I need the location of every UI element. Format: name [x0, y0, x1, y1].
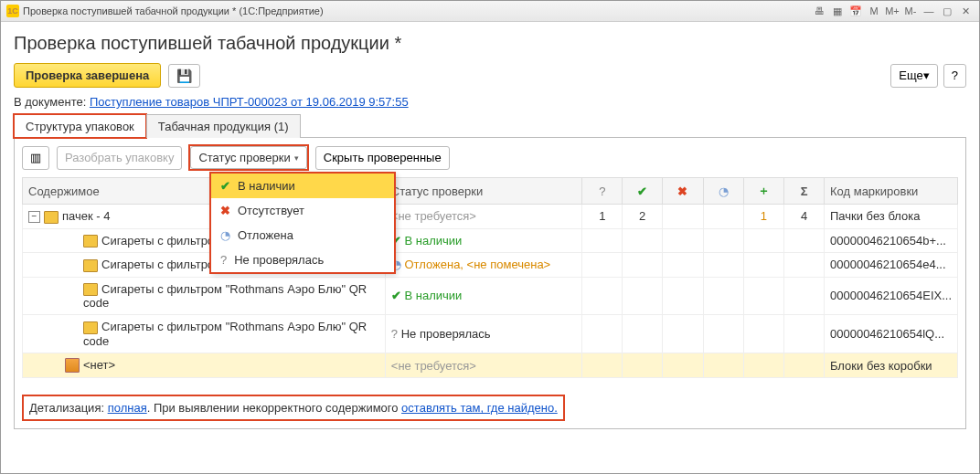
cell-sum: 4 [784, 205, 825, 229]
cell-name: <нет> [83, 358, 115, 372]
complete-button[interactable]: Проверка завершена [14, 63, 161, 88]
m-plus-icon[interactable]: M+ [884, 4, 900, 18]
footer-detail: Детализация: полная. При выявлении некор… [22, 395, 565, 421]
footer-link-action[interactable]: оставлять там, где найдено. [401, 401, 558, 415]
col-ok: ✔ [623, 178, 663, 205]
save-button[interactable]: 💾 [168, 64, 200, 88]
question-icon: ? [599, 184, 605, 198]
question-icon: ? [220, 253, 227, 267]
check-icon: ✔ [220, 179, 230, 193]
doc-reference: В документе: Поступление товаров ЧПРТ-00… [14, 95, 966, 109]
app-icon: 1C [6, 5, 19, 17]
cell-name: пачек - 4 [62, 209, 110, 223]
doc-link[interactable]: Поступление товаров ЧПРТ-000023 от 19.06… [90, 95, 409, 109]
calendar-icon[interactable]: 📅 [847, 4, 864, 18]
pack-icon [83, 283, 98, 296]
minimize-icon[interactable]: — [921, 4, 937, 18]
pack-icon [83, 321, 98, 334]
table-row[interactable]: Сигареты с фильтром "Rothmans Аэро Блю" … [23, 315, 958, 353]
cell-name: Сигареты с фильтром [101, 258, 222, 271]
more-button[interactable]: Еще ▾ [890, 64, 937, 88]
status-dropdown[interactable]: Статус проверки ▾ [190, 146, 306, 169]
cell-mark: 00000046210654b+... [824, 228, 957, 253]
dd-in-stock[interactable]: ✔В наличии [211, 174, 394, 198]
cell-mark: 00000046210654e4... [824, 253, 957, 278]
dd-postponed[interactable]: ◔Отложена [211, 223, 394, 248]
footer-mid: . При выявлении некорректного содержимог… [147, 401, 401, 415]
status-dropdown-label: Статус проверки [198, 151, 290, 164]
hide-checked-button[interactable]: Скрыть проверенные [315, 146, 450, 170]
window: 1C Проверка поступившей табачной продукц… [0, 0, 980, 474]
cell-mark: Пачки без блока [824, 205, 957, 229]
table-row[interactable]: Сигареты с фильтром "Rothmans Аэро Блю" … [23, 277, 958, 315]
chevron-down-icon: ▾ [923, 68, 930, 82]
close-icon[interactable]: ✕ [957, 4, 974, 18]
footer-prefix: Детализация: [29, 401, 108, 415]
barcode-icon: ▥ [30, 151, 41, 164]
tabs: Структура упаковок Табачная продукция (1… [14, 114, 966, 138]
folder-icon [44, 211, 59, 224]
barcode-button[interactable]: ▥ [22, 146, 49, 170]
tab-body: ▥ Разобрать упаковку Статус проверки ▾ С… [14, 137, 966, 429]
m-icon[interactable]: M [866, 4, 882, 18]
footer-link-full[interactable]: полная [108, 401, 147, 415]
cell-status: <не требуется> [385, 205, 582, 229]
cell-miss [663, 205, 703, 229]
table-row[interactable]: −пачек - 4 <не требуется> 1 2 1 4 Пачки … [23, 205, 958, 229]
table-row[interactable]: Сигареты с фильтром ✔ В наличии 00000046… [23, 228, 958, 253]
print-icon[interactable]: 🖶 [811, 4, 827, 18]
clock-icon: ◔ [719, 184, 729, 198]
pack-icon [83, 235, 98, 248]
plus-icon: ＋ [758, 184, 770, 197]
box-icon [65, 358, 80, 373]
dd-absent[interactable]: ✖Отсутствует [211, 198, 394, 223]
collapse-icon[interactable]: − [28, 211, 40, 223]
cell-clk [703, 205, 743, 229]
cross-icon: ✖ [220, 204, 230, 217]
table-row[interactable]: Сигареты с фильтром ◔ Отложена, <не поме… [23, 253, 958, 278]
cell-ok: 2 [623, 205, 663, 229]
cell-q: 1 [582, 205, 623, 229]
maximize-icon[interactable]: ▢ [939, 4, 955, 18]
dd-not-checked[interactable]: ?Не проверялась [211, 248, 394, 272]
col-mark: Код маркировки [824, 178, 957, 205]
cell-name: Сигареты с фильтром "Rothmans Аэро Блю" … [83, 320, 367, 348]
cell-name: Сигареты с фильтром "Rothmans Аэро Блю" … [83, 282, 367, 311]
table-row[interactable]: <нет> <не требуется> Блоки без коробки [23, 353, 958, 378]
check-icon: ✔ [391, 289, 401, 302]
unpack-button[interactable]: Разобрать упаковку [57, 146, 182, 170]
window-title: Проверка поступившей табачной продукции … [23, 5, 811, 16]
save-icon: 💾 [176, 68, 192, 83]
grid: Содержимое Статус проверки ? ✔ ✖ ◔ ＋ Σ К… [22, 177, 958, 378]
sub-toolbar: ▥ Разобрать упаковку Статус проверки ▾ С… [22, 145, 958, 170]
titlebar: 1C Проверка поступившей табачной продукц… [1, 1, 979, 22]
sigma-icon: Σ [801, 184, 808, 198]
content: Проверка поступившей табачной продукции … [1, 22, 979, 437]
cell-mark: 00000046210654EIX... [824, 277, 957, 315]
cell-plus: 1 [743, 205, 783, 229]
pack-icon [83, 259, 98, 272]
cross-icon: ✖ [677, 184, 687, 198]
cell-status: ✔ В наличии [385, 228, 582, 253]
col-clock: ◔ [703, 178, 743, 205]
page-title: Проверка поступившей табачной продукции … [14, 33, 966, 54]
question-icon: ? [391, 327, 398, 341]
help-button[interactable]: ? [943, 64, 966, 88]
cell-status: ✔ В наличии [385, 277, 582, 315]
main-toolbar: Проверка завершена 💾 Еще ▾ ? [14, 63, 966, 88]
calc-icon[interactable]: ▦ [829, 4, 846, 18]
col-status: Статус проверки [385, 178, 582, 205]
cell-status: ◔ Отложена, <не помечена> [385, 253, 582, 278]
check-icon: ✔ [637, 184, 647, 198]
tab-structure[interactable]: Структура упаковок [14, 114, 146, 138]
cell-mark: Блоки без коробки [824, 353, 957, 378]
m-minus-icon[interactable]: M- [902, 4, 919, 18]
cell-mark: 00000046210654lQ... [824, 315, 957, 353]
col-question: ? [582, 178, 623, 205]
chevron-down-icon: ▾ [294, 153, 299, 163]
titlebar-buttons: 🖶 ▦ 📅 M M+ M- — ▢ ✕ [811, 4, 974, 18]
cell-status: ? Не проверялась [385, 315, 582, 353]
tab-products[interactable]: Табачная продукция (1) [146, 114, 301, 138]
status-dropdown-menu: ✔В наличии ✖Отсутствует ◔Отложена ?Не пр… [210, 173, 395, 273]
clock-icon: ◔ [220, 228, 230, 242]
